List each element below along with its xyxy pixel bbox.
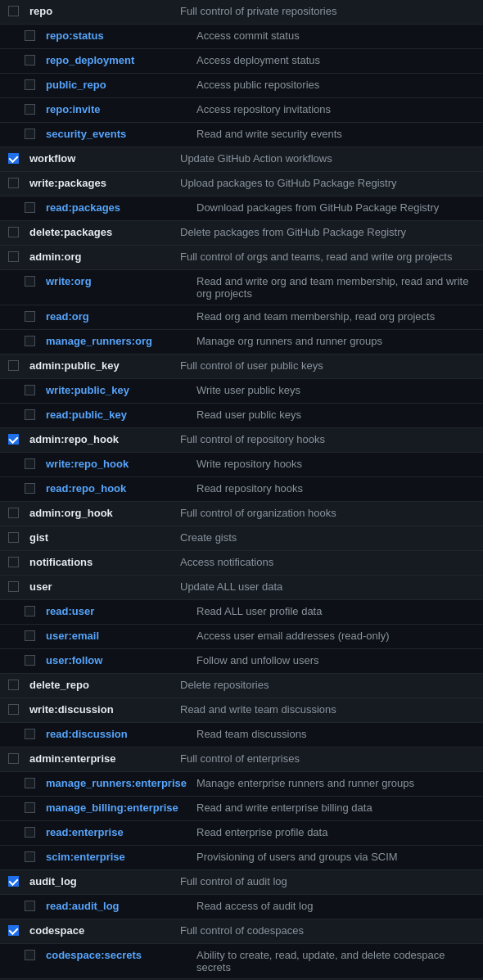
scope-name-admin_org_hook: admin:org_hook — [25, 507, 172, 519]
checkbox-repo_invite[interactable] — [25, 104, 35, 115]
checkbox-security_events[interactable] — [25, 129, 35, 139]
scope-desc-admin_public_key: Full control of user public keys — [172, 359, 475, 372]
checkbox-write_packages[interactable] — [8, 178, 19, 188]
scope-name-admin_repo_hook: admin:repo_hook — [25, 433, 172, 445]
scope-row-repo_status: repo:statusAccess commit status — [0, 25, 483, 49]
checkbox-delete_packages[interactable] — [8, 227, 19, 237]
scope-name-read_org: read:org — [41, 310, 188, 323]
scope-desc-write_packages: Upload packages to GitHub Package Regist… — [172, 177, 475, 189]
scope-desc-admin_repo_hook: Full control of repository hooks — [172, 433, 475, 445]
checkbox-read_repo_hook[interactable] — [25, 483, 35, 494]
scope-desc-read_org: Read org and team membership, read org p… — [188, 310, 475, 323]
checkbox-write_discussion[interactable] — [8, 704, 19, 715]
scope-row-notifications: notificationsAccess notifications — [0, 551, 483, 576]
checkbox-admin_repo_hook[interactable] — [8, 434, 19, 445]
scope-row-admin_org: admin:orgFull control of orgs and teams,… — [0, 246, 483, 270]
checkbox-notifications[interactable] — [8, 557, 19, 567]
scope-name-audit_log: audit_log — [25, 875, 172, 887]
scope-desc-user: Update ALL user data — [172, 580, 475, 593]
scope-row-write_discussion: write:discussionRead and write team disc… — [0, 698, 483, 723]
scope-desc-manage_runners_org: Manage org runners and runner groups — [188, 335, 475, 347]
checkbox-user_email[interactable] — [25, 630, 35, 641]
checkbox-read_packages[interactable] — [25, 202, 35, 213]
scope-desc-user_email: Access user email addresses (read-only) — [188, 630, 475, 642]
checkbox-write_org[interactable] — [25, 276, 35, 287]
scope-row-admin_public_key: admin:public_keyFull control of user pub… — [0, 355, 483, 379]
scope-name-gist: gist — [25, 531, 172, 544]
checkbox-manage_runners_enterprise[interactable] — [25, 778, 35, 788]
scope-row-repo: repoFull control of private repositories — [0, 0, 483, 25]
scopes-container: repoFull control of private repositories… — [0, 0, 483, 980]
scope-row-user_follow: user:followFollow and unfollow users — [0, 649, 483, 674]
checkbox-public_repo[interactable] — [25, 79, 35, 90]
scope-row-write_public_key: write:public_keyWrite user public keys — [0, 379, 483, 404]
checkbox-user[interactable] — [8, 581, 19, 592]
scope-name-manage_runners_enterprise: manage_runners:enterprise — [41, 777, 188, 789]
checkbox-read_public_key[interactable] — [25, 409, 35, 420]
checkbox-delete_repo[interactable] — [8, 680, 19, 690]
scope-desc-read_enterprise: Read enterprise profile data — [188, 826, 475, 838]
checkbox-manage_runners_org[interactable] — [25, 336, 35, 346]
scope-row-public_repo: public_repoAccess public repositories — [0, 74, 483, 98]
checkbox-read_user[interactable] — [25, 606, 35, 616]
scope-name-write_packages: write:packages — [25, 177, 172, 189]
scope-name-manage_runners_org: manage_runners:org — [41, 335, 188, 347]
scope-name-read_audit_log: read:audit_log — [41, 900, 188, 912]
scope-name-repo: repo — [25, 5, 172, 17]
scope-name-notifications: notifications — [25, 556, 172, 568]
scope-row-read_org: read:orgRead org and team membership, re… — [0, 305, 483, 330]
checkbox-admin_org[interactable] — [8, 251, 19, 262]
scope-row-admin_org_hook: admin:org_hookFull control of organizati… — [0, 502, 483, 526]
scope-name-read_repo_hook: read:repo_hook — [41, 482, 188, 495]
checkbox-write_repo_hook[interactable] — [25, 458, 35, 469]
scope-row-read_audit_log: read:audit_logRead access of audit log — [0, 895, 483, 919]
checkbox-read_discussion[interactable] — [25, 729, 35, 739]
scope-row-read_packages: read:packagesDownload packages from GitH… — [0, 196, 483, 221]
checkbox-read_org[interactable] — [25, 311, 35, 322]
checkbox-write_public_key[interactable] — [25, 385, 35, 395]
scope-name-write_public_key: write:public_key — [41, 384, 188, 396]
checkbox-repo_status[interactable] — [25, 30, 35, 41]
checkbox-codespace_secrets[interactable] — [25, 950, 35, 960]
scope-desc-public_repo: Access public repositories — [188, 79, 475, 91]
checkbox-read_audit_log[interactable] — [25, 901, 35, 911]
checkbox-repo[interactable] — [8, 6, 19, 16]
checkbox-user_follow[interactable] — [25, 655, 35, 666]
scope-name-write_discussion: write:discussion — [25, 703, 172, 716]
scope-row-repo_deployment: repo_deploymentAccess deployment status — [0, 49, 483, 74]
scope-desc-manage_runners_enterprise: Manage enterprise runners and runner gro… — [188, 777, 475, 789]
scope-desc-scim_enterprise: Provisioning of users and groups via SCI… — [188, 851, 475, 863]
scope-name-workflow: workflow — [25, 152, 172, 165]
scope-name-manage_billing_enterprise: manage_billing:enterprise — [41, 802, 188, 814]
checkbox-gist[interactable] — [8, 532, 19, 543]
scope-row-gist: gistCreate gists — [0, 526, 483, 551]
scope-row-workflow: workflowUpdate GitHub Action workflows — [0, 147, 483, 172]
scope-name-read_user: read:user — [41, 605, 188, 617]
scope-name-admin_enterprise: admin:enterprise — [25, 752, 172, 765]
scope-desc-delete_packages: Delete packages from GitHub Package Regi… — [172, 226, 475, 238]
checkbox-manage_billing_enterprise[interactable] — [25, 802, 35, 813]
scope-name-repo_invite: repo:invite — [41, 103, 188, 115]
checkbox-workflow[interactable] — [8, 153, 19, 164]
checkbox-admin_enterprise[interactable] — [8, 753, 19, 764]
scope-row-security_events: security_eventsRead and write security e… — [0, 123, 483, 147]
scope-desc-delete_repo: Delete repositories — [172, 679, 475, 691]
scope-desc-read_discussion: Read team discussions — [188, 728, 475, 740]
scope-row-codespace_secrets: codespace:secretsAbility to create, read… — [0, 944, 483, 979]
checkbox-admin_org_hook[interactable] — [8, 508, 19, 518]
checkbox-audit_log[interactable] — [8, 876, 19, 887]
scope-row-admin_enterprise: admin:enterpriseFull control of enterpri… — [0, 747, 483, 772]
scope-desc-read_public_key: Read user public keys — [188, 409, 475, 421]
scope-desc-repo_deployment: Access deployment status — [188, 54, 475, 66]
scope-row-scim_enterprise: scim:enterpriseProvisioning of users and… — [0, 846, 483, 870]
scope-desc-admin_enterprise: Full control of enterprises — [172, 752, 475, 765]
checkbox-repo_deployment[interactable] — [25, 55, 35, 65]
checkbox-admin_public_key[interactable] — [8, 360, 19, 371]
scope-name-user: user — [25, 580, 172, 593]
checkbox-read_enterprise[interactable] — [25, 827, 35, 838]
checkbox-scim_enterprise[interactable] — [25, 851, 35, 862]
scope-name-write_org: write:org — [41, 275, 188, 287]
scope-row-manage_billing_enterprise: manage_billing:enterpriseRead and write … — [0, 797, 483, 821]
scope-desc-codespace: Full control of codespaces — [172, 924, 475, 937]
checkbox-codespace[interactable] — [8, 925, 19, 936]
